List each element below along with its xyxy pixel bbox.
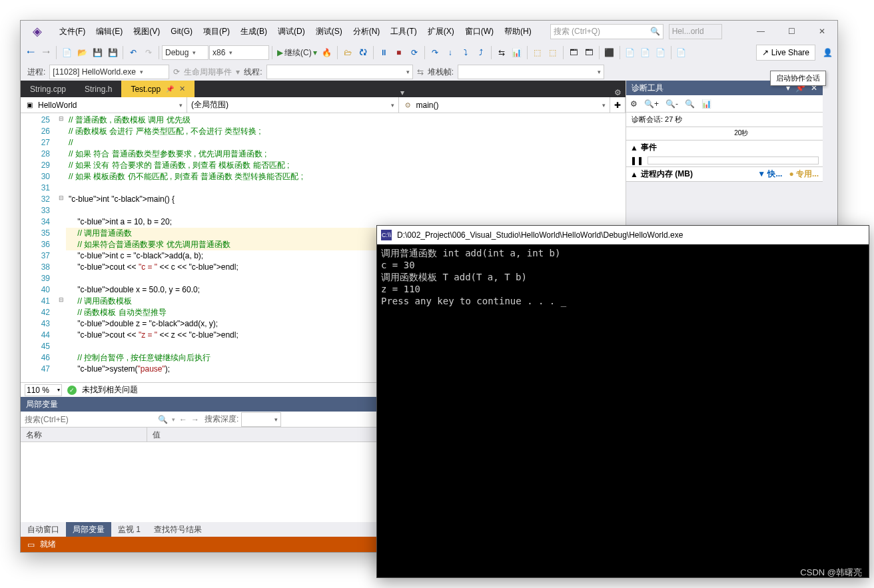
tabs-gear-icon[interactable]: ⚙ [610,88,626,97]
refresh-icon[interactable]: 🗘 [356,45,370,60]
live-share-button[interactable]: ↗Live Share [756,45,815,61]
restart-icon[interactable]: ⟳ [407,45,422,60]
tb-icon-f[interactable]: 🗔 [582,45,596,60]
console-titlebar[interactable]: C:\\ D:\002_Project\006_Visual_Studio\He… [377,226,869,244]
console-window[interactable]: C:\\ D:\002_Project\006_Visual_Studio\He… [376,225,869,578]
cmd-icon: C:\\ [381,230,392,240]
col-name[interactable]: 名称 [21,428,147,441]
stop-icon[interactable]: ■ [392,45,406,60]
tb-icon-d[interactable]: ⬚ [546,45,560,60]
tb-icon-i[interactable]: 📄 [638,45,653,60]
tab-test-cpp[interactable]: Test.cpp📌✕ [121,81,195,97]
menu-item[interactable]: 编辑(E) [91,21,128,42]
new-icon[interactable]: 📄 [59,45,74,60]
menu-item[interactable]: 扩展(X) [422,21,460,42]
menu-item[interactable]: 帮助(H) [499,21,537,42]
tb-icon-b[interactable]: 📊 [510,45,524,60]
pause-icon[interactable]: ⏸ [376,45,391,60]
func-icon: ⊙ [403,101,412,110]
diag-toolbar: ⚙ 🔍+ 🔍- 🔍 📊 [626,95,823,113]
nav-scope[interactable]: (全局范围)▾ [187,97,399,113]
pin-icon[interactable]: 📌 [166,85,174,93]
bottom-tab[interactable]: 查找符号结果 [147,522,209,537]
thread-combo[interactable]: ▾ [266,65,413,79]
tabs-dropdown-icon[interactable]: ▾ [396,88,408,97]
menu-item[interactable]: 调试(D) [272,21,310,42]
diag-reset-zoom-icon[interactable]: 🔍 [685,99,695,109]
depth-combo[interactable]: ▾ [241,412,281,427]
continue-button[interactable]: ▶ 继续(C) ▾ [275,45,319,60]
stackframe-combo[interactable]: ▾ [458,65,604,79]
console-output: 调用普通函数 int add(int a, int b) c = 30 调用函数… [377,244,869,577]
maximize-button[interactable]: ☐ [776,21,807,42]
redo-icon[interactable]: ↷ [141,45,156,60]
process-combo[interactable]: [11028] HelloWorld.exe▾ [49,65,169,79]
nav-fwd-icon[interactable]: ⭢ [39,45,53,60]
menu-item[interactable]: 项目(P) [198,21,235,42]
save-icon[interactable]: 💾 [90,45,105,60]
collapse-icon[interactable]: ▲ [630,170,638,179]
nav-project[interactable]: ▣HelloWorld▾ [21,97,187,113]
menu-item[interactable]: 分析(N) [348,21,386,42]
menu-item[interactable]: 工具(T) [385,21,422,42]
diag-zoom-out-icon[interactable]: 🔍- [665,99,678,109]
folder-icon[interactable]: 🗁 [340,45,355,60]
tb-icon-j[interactable]: 📄 [654,45,668,60]
search-icon[interactable]: 🔍 [154,415,172,424]
step-over-icon[interactable]: ⤵ [458,45,473,60]
menu-item[interactable]: 视图(V) [128,21,165,42]
session-label: 诊断会话: 27 秒 [626,113,823,127]
menu-item[interactable]: Git(G) [165,21,198,42]
tb-icon-c[interactable]: ⬚ [530,45,545,60]
nav-split-icon[interactable]: ✚ [610,97,626,113]
diag-timeline[interactable]: 20秒 [626,127,823,141]
diag-gear-icon[interactable]: ⚙ [630,99,638,109]
diag-zoom-in-icon[interactable]: 🔍+ [644,99,659,109]
tab-string-cpp[interactable]: String.cpp [21,81,75,97]
search-icon: 🔍 [650,27,660,36]
nav-function[interactable]: ⊙main()▾ [399,97,611,113]
fold-column[interactable]: ⊟⊟⊟ [57,113,66,382]
close-button[interactable]: ✕ [807,21,837,42]
lifecycle-icon[interactable]: ⟳ [173,67,180,77]
platform-combo[interactable]: x86▾ [209,45,269,60]
bottom-tab[interactable]: 自动窗口 [21,522,66,537]
close-tab-icon[interactable]: ✕ [179,85,185,93]
menu-item[interactable]: 测试(S) [310,21,348,42]
step-into-icon[interactable]: ↓ [443,45,458,60]
minimize-button[interactable]: — [745,21,776,42]
tb-icon-h[interactable]: 📄 [623,45,638,60]
tb2-icon[interactable]: ⇆ [417,67,424,77]
bottom-tab[interactable]: 局部变量 [66,522,111,537]
diag-graph-icon[interactable]: 📊 [701,99,711,109]
tb-icon-k[interactable]: 📄 [674,45,689,60]
process-label: 进程: [27,67,45,78]
window-buttons: — ☐ ✕ [745,21,837,42]
tb-icon-a[interactable]: ⇆ [494,45,509,60]
tb-icon-e[interactable]: 🗔 [566,45,581,60]
zoom-combo[interactable]: 110 %▾ [25,384,62,396]
solution-name[interactable]: Hel...orld [669,24,722,39]
menu-item[interactable]: 窗口(W) [460,21,499,42]
status-text: 就绪 [40,539,56,550]
snapshot-link[interactable]: ▼ 快... [757,168,782,180]
search-box[interactable]: 搜索 (Ctrl+Q) 🔍 [550,24,663,39]
nav-back-icon[interactable]: ⭠ [23,45,38,60]
open-icon[interactable]: 📂 [75,45,89,60]
step-out-icon[interactable]: ⤴ [474,45,488,60]
pause-small-icon: ❚❚ [630,156,644,165]
bottom-tab[interactable]: 监视 1 [111,522,147,537]
collapse-icon[interactable]: ▲ [630,143,638,152]
menu-item[interactable]: 生成(B) [235,21,272,42]
undo-icon[interactable]: ↶ [126,45,141,60]
menu-item[interactable]: 文件(F) [54,21,91,42]
admin-icon[interactable]: 👤 [820,45,835,60]
hot-reload-icon[interactable]: 🔥 [320,45,334,60]
tb-icon-g[interactable]: ⬛ [602,45,617,60]
private-link[interactable]: ● 专用... [789,168,819,180]
locals-search-input[interactable] [21,412,154,427]
config-combo[interactable]: Debug▾ [162,45,209,60]
tab-string-h[interactable]: String.h [75,81,121,97]
step-next-icon[interactable]: ↷ [428,45,442,60]
save-all-icon[interactable]: 💾 [105,45,120,60]
